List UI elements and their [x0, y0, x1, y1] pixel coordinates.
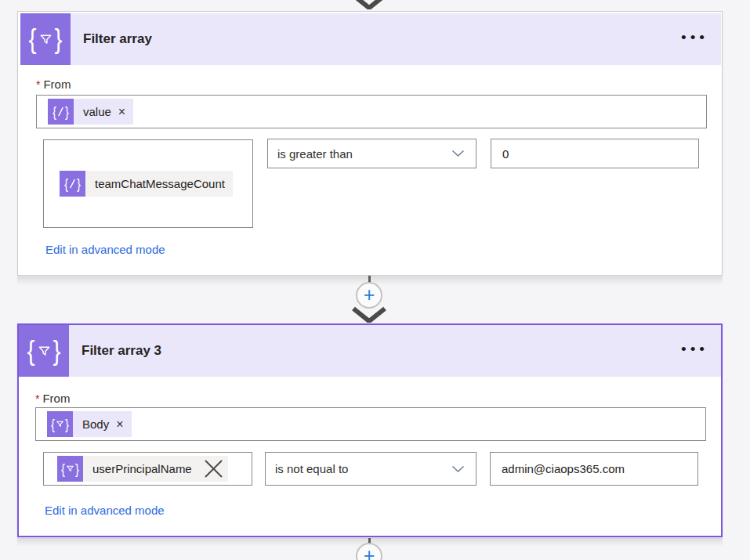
token-chip-teamchatmessagecount[interactable]: { } teamChatMessageCount: [60, 171, 233, 197]
flow-arrow-down-icon: [351, 306, 387, 323]
brace-right: }: [65, 417, 69, 432]
from-label-text: From: [42, 392, 70, 405]
required-marker: *: [35, 392, 39, 405]
brace-left: {: [64, 177, 68, 191]
filter-array-action-icon: { }: [19, 325, 69, 377]
from-field-label: *From: [36, 78, 71, 91]
edit-advanced-mode-link[interactable]: Edit in advanced mode: [45, 504, 165, 517]
condition-value-text: admin@ciaops365.com: [502, 462, 625, 475]
token-label: value ×: [74, 99, 133, 125]
dynamic-content-icon: { }: [48, 99, 74, 125]
action-header-bar[interactable]: Filter array •••: [71, 13, 721, 65]
condition-value-input[interactable]: 0: [491, 139, 699, 168]
filter-icon: { }: [47, 411, 73, 437]
action-card-header[interactable]: { } Filter array •••: [20, 13, 721, 65]
token-chip-value[interactable]: { } value ×: [48, 99, 133, 125]
brace-right: }: [75, 462, 79, 476]
plus-icon: +: [364, 285, 375, 305]
funnel-icon: [38, 32, 53, 47]
chevron-down-icon: [451, 150, 465, 157]
funnel-icon: [66, 464, 74, 473]
brace-left: {: [61, 462, 65, 476]
bolt-icon: [69, 179, 76, 189]
insert-step-button[interactable]: +: [356, 282, 382, 309]
condition-value-input[interactable]: admin@ciaops365.com: [490, 452, 698, 486]
funnel-icon: [56, 420, 64, 428]
brace-right: }: [53, 338, 61, 365]
filter-icon: { }: [57, 456, 83, 482]
brace-right: }: [55, 26, 63, 53]
token-chip-body[interactable]: { } Body ×: [47, 411, 132, 437]
close-x-icon: [204, 459, 223, 479]
token-label: teamChatMessageCount: [85, 171, 233, 197]
brace-right: }: [65, 105, 69, 119]
from-input[interactable]: { } Body ×: [35, 407, 706, 441]
token-chip-userprincipalname[interactable]: { } userPrincipalName: [57, 456, 228, 482]
flow-designer-canvas: { } Filter array ••• *From {: [0, 0, 750, 560]
action-title: Filter array: [83, 31, 152, 47]
funnel-icon: [37, 344, 52, 359]
from-input[interactable]: { } value ×: [36, 95, 707, 128]
filter-array-action-icon: { }: [20, 13, 71, 65]
bolt-icon: [57, 107, 64, 117]
brace-right: }: [77, 177, 81, 191]
more-menu-button[interactable]: •••: [681, 341, 708, 358]
flow-arrow-down-icon: [351, 0, 387, 9]
condition-value-text: 0: [502, 147, 509, 161]
action-title: Filter array 3: [82, 343, 161, 359]
action-card-filter-array[interactable]: { } Filter array ••• *From {: [17, 11, 723, 276]
required-marker: *: [36, 78, 40, 91]
brace-left: {: [53, 105, 56, 119]
token-label: userPrincipalName: [83, 456, 200, 482]
condition-left-operand[interactable]: { } teamChatMessageCount: [43, 139, 253, 228]
remove-token-button[interactable]: [200, 456, 228, 482]
brace-left: {: [28, 26, 36, 53]
action-header-bar[interactable]: Filter array 3 •••: [69, 325, 721, 377]
dynamic-content-icon: { }: [60, 171, 85, 197]
from-label-text: From: [43, 78, 71, 91]
from-field-label: *From: [35, 392, 70, 405]
condition-left-operand[interactable]: { } userPrincipalName: [43, 452, 252, 486]
operator-value: is greater than: [277, 147, 353, 161]
chevron-down-icon: [451, 465, 465, 473]
brace-left: {: [27, 338, 34, 365]
operator-dropdown[interactable]: is greater than: [267, 139, 476, 168]
plus-icon: +: [364, 546, 375, 560]
edit-advanced-mode-link[interactable]: Edit in advanced mode: [45, 243, 165, 256]
action-card-header[interactable]: { } Filter array 3 •••: [19, 325, 721, 377]
brace-left: {: [51, 417, 55, 432]
operator-value: is not equal to: [275, 462, 348, 475]
action-card-filter-array-3[interactable]: { } Filter array 3 ••• *From {: [17, 323, 723, 537]
remove-token-button[interactable]: ×: [118, 106, 125, 118]
token-label: Body ×: [73, 411, 132, 437]
operator-dropdown[interactable]: is not equal to: [265, 452, 476, 486]
remove-token-button[interactable]: ×: [116, 418, 123, 431]
more-menu-button[interactable]: •••: [681, 29, 708, 46]
